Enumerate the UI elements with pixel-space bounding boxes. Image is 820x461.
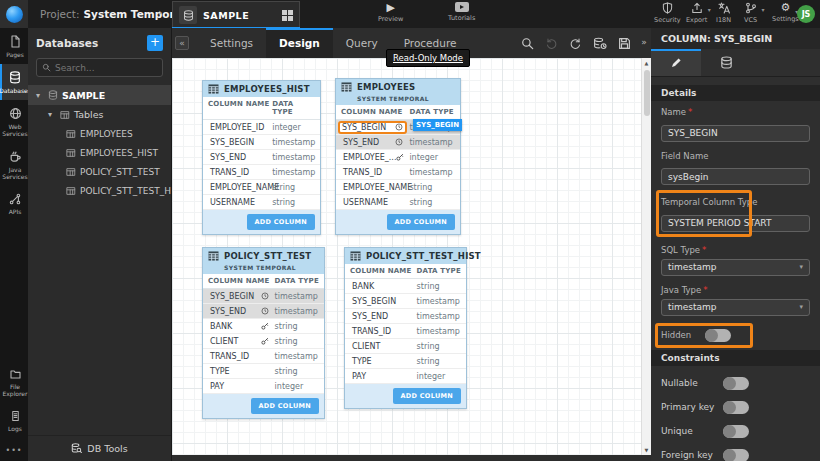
table-row[interactable]: PAYinteger — [203, 379, 324, 394]
table-row-selected[interactable]: SYS_BEGIN timestamp SYS_BEGIN — [336, 120, 460, 135]
table-card-policy-stt-test-hist[interactable]: POLICY_STT_TEST_HIST COLUMN NAMEDATA TYP… — [344, 247, 467, 409]
add-column-button[interactable]: ADD COLUMN — [251, 398, 319, 414]
name-field[interactable] — [661, 125, 810, 142]
table-card-header[interactable]: EMPLOYEES — [336, 79, 460, 95]
table-row[interactable]: TYPEstring — [345, 354, 466, 369]
table-row[interactable]: SYS_BEGINtimestamp — [203, 135, 320, 150]
search-input[interactable] — [55, 63, 155, 73]
scroll-down-icon[interactable]: ▼ — [642, 447, 651, 453]
settings-button[interactable]: ⚙▾ Settings — [772, 2, 799, 23]
table-row[interactable]: BANKstring — [345, 279, 466, 294]
sidebar-item-file-explorer[interactable]: File Explorer — [0, 361, 28, 403]
unique-toggle[interactable] — [723, 425, 749, 438]
hidden-toggle[interactable] — [705, 329, 731, 342]
scroll-up-icon[interactable]: ▲ — [642, 60, 651, 66]
add-column-button[interactable]: ADD COLUMN — [393, 388, 461, 404]
search-icon[interactable] — [521, 37, 534, 50]
caret-down-icon[interactable]: ▾ — [48, 110, 56, 119]
table-row[interactable]: SYS_BEGINtimestamp — [345, 294, 466, 309]
add-column-button[interactable]: ADD COLUMN — [247, 214, 315, 230]
clock-icon — [395, 123, 403, 131]
tab-column-data[interactable] — [701, 49, 751, 76]
preview-button[interactable]: ▶ Preview — [378, 2, 403, 23]
scrollbar-thumb[interactable] — [644, 70, 650, 116]
sidebar-item-logs[interactable]: Logs — [0, 403, 28, 438]
table-row[interactable]: EMPLOYEE_NAMEstring — [203, 180, 320, 195]
add-column-button[interactable]: ADD COLUMN — [387, 214, 455, 230]
table-row[interactable]: CLIENT string — [203, 334, 324, 349]
table-card-header[interactable]: POLICY_STT_TEST_HIST — [345, 248, 466, 264]
design-canvas[interactable]: Read-Only Mode EMPLOYEES_HIST COLUMN NAM… — [172, 58, 651, 455]
sidebar-item-apis[interactable]: APIs — [0, 186, 28, 221]
table-row[interactable]: USERNAMEstring — [336, 195, 460, 210]
table-row[interactable]: EMPLOYEE_NAMEstring — [336, 180, 460, 195]
open-database-tab[interactable]: SAMPLE — [172, 1, 300, 28]
table-card-employees[interactable]: EMPLOYEES SYSTEM TEMPORAL COLUMN NAMEDAT… — [335, 78, 461, 235]
undo-icon[interactable] — [545, 37, 558, 50]
table-row[interactable]: TYPEstring — [203, 364, 324, 379]
save-icon[interactable] — [618, 37, 631, 50]
foreign-key-toggle[interactable] — [723, 449, 749, 461]
table-row[interactable]: SYS_END timestamp — [203, 304, 324, 319]
table-row[interactable]: SYS_ENDtimestamp — [345, 309, 466, 324]
play-icon: ▶ — [386, 2, 394, 13]
expand-panel-button[interactable]: » — [637, 36, 651, 50]
tree-item-table[interactable]: EMPLOYEES_HIST — [28, 143, 171, 162]
temporal-column-type-field[interactable] — [661, 215, 810, 232]
java-type-select[interactable]: timestamp▾ — [661, 299, 810, 316]
canvas-vertical-scrollbar[interactable]: ▲ ▼ — [641, 58, 651, 455]
table-row[interactable]: SYS_ENDtimestamp — [203, 150, 320, 165]
tutorials-button[interactable]: Tutorials — [448, 2, 475, 22]
tree-item-database[interactable]: ▾ SAMPLE — [28, 85, 171, 105]
diagram-view-icon[interactable] — [282, 10, 293, 21]
table-row[interactable]: PAYinteger — [345, 369, 466, 384]
table-row[interactable]: SYS_BEGIN timestamp — [203, 289, 324, 304]
tree-item-table[interactable]: EMPLOYEES — [28, 124, 171, 143]
nullable-toggle[interactable] — [723, 377, 749, 390]
translate-icon — [718, 2, 730, 14]
overflow-menu-button[interactable]: ••• — [0, 438, 28, 461]
tree-item-table[interactable]: POLICY_STT_TEST — [28, 162, 171, 181]
tree-item-tables-group[interactable]: ▾ Tables — [28, 105, 171, 124]
sidebar-item-databases[interactable]: Databases — [0, 64, 28, 100]
table-row[interactable]: USERNAMEstring — [203, 195, 320, 210]
tab-settings[interactable]: Settings — [197, 28, 266, 58]
table-card-employees-hist[interactable]: EMPLOYEES_HIST COLUMN NAMEDATA TYPE EMPL… — [202, 80, 321, 235]
selected-column-cell[interactable]: SYS_BEGIN — [338, 121, 407, 134]
search-box[interactable] — [36, 58, 163, 77]
table-row[interactable]: EMPLOYEE_... integer — [336, 150, 460, 165]
caret-down-icon[interactable]: ▾ — [36, 91, 44, 100]
table-card-header[interactable]: POLICY_STT_TEST — [203, 248, 324, 264]
table-row[interactable]: SYS_END timestamp — [336, 135, 460, 150]
table-card-header[interactable]: EMPLOYEES_HIST — [203, 81, 320, 97]
export-button[interactable]: ▾ Export — [686, 2, 707, 24]
field-name-field[interactable] — [661, 168, 810, 185]
tab-query[interactable]: Query — [333, 28, 391, 58]
table-card-policy-stt-test[interactable]: POLICY_STT_TEST SYSTEM TEMPORAL COLUMN N… — [202, 247, 325, 419]
table-row[interactable]: BANK string — [203, 319, 324, 334]
i18n-button[interactable]: I18N — [716, 2, 731, 24]
sql-type-select[interactable]: timestamp▾ — [661, 259, 810, 276]
primary-key-toggle[interactable] — [723, 401, 749, 414]
app-logo[interactable] — [0, 0, 28, 28]
collapse-panel-button[interactable]: « — [175, 36, 189, 50]
user-avatar[interactable]: JS — [797, 5, 815, 23]
table-row[interactable]: TRANS_IDtimestamp — [203, 165, 320, 180]
security-button[interactable]: Security — [654, 2, 681, 24]
redo-icon[interactable] — [569, 37, 582, 50]
vcs-button[interactable]: ▾ VCS — [744, 2, 757, 24]
table-row[interactable]: TRANS_IDtimestamp — [203, 349, 324, 364]
add-database-button[interactable]: + — [147, 35, 163, 51]
sidebar-item-java-services[interactable]: Java Services — [0, 143, 28, 186]
table-row[interactable]: TRANS_IDtimestamp — [336, 165, 460, 180]
tab-design[interactable]: Design — [266, 28, 333, 58]
table-row[interactable]: CLIENTstring — [345, 339, 466, 354]
tab-edit-column[interactable] — [651, 49, 701, 76]
db-tools-button[interactable]: DB Tools — [28, 435, 171, 461]
tree-item-table[interactable]: POLICY_STT_TEST_HIST — [28, 181, 171, 200]
sidebar-item-web-services[interactable]: Web Services — [0, 100, 28, 143]
sidebar-item-pages[interactable]: Pages — [0, 28, 28, 64]
table-row[interactable]: TRANS_IDtimestamp — [345, 324, 466, 339]
db-export-icon[interactable] — [593, 37, 607, 50]
table-row[interactable]: EMPLOYEE_IDinteger — [203, 120, 320, 135]
